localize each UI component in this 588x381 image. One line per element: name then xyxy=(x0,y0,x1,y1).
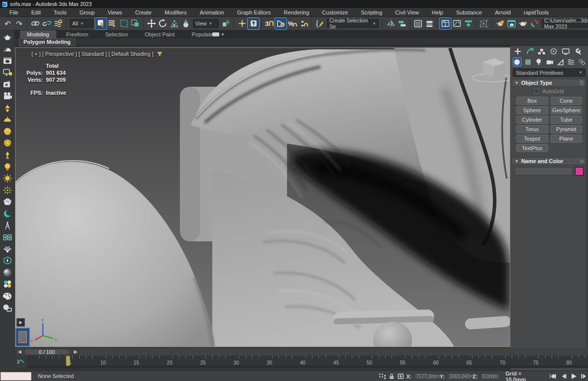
display-tab-icon[interactable] xyxy=(561,47,570,55)
previous-frame-arrow[interactable]: ◀ xyxy=(16,349,23,355)
named-selection-sets-icon[interactable]: { xyxy=(314,18,325,29)
isolate-grid-icon[interactable] xyxy=(379,373,386,380)
align-icon[interactable] xyxy=(396,18,408,29)
mirror-icon[interactable] xyxy=(385,18,396,29)
object-type-rollout-header[interactable]: ▼ Object Type ☰ xyxy=(512,79,587,87)
x-coord-field[interactable]: 7177,0mm xyxy=(414,373,437,380)
moon-icon[interactable] xyxy=(2,209,12,218)
select-by-name-icon[interactable] xyxy=(107,18,118,29)
select-rotate-icon[interactable] xyxy=(157,18,168,29)
geometry-category-icon[interactable] xyxy=(513,58,521,66)
undo-icon[interactable]: ↶ xyxy=(2,18,13,29)
ref-coord-dropdown[interactable]: View▼ xyxy=(193,19,219,28)
object-name-field[interactable] xyxy=(515,167,573,176)
curve-editor-icon[interactable] xyxy=(451,18,462,29)
tab-freeform[interactable]: Freeform xyxy=(59,30,96,38)
object-color-swatch[interactable] xyxy=(575,167,584,176)
create-button-pyramid[interactable]: Pyramid xyxy=(551,125,583,133)
select-link-icon[interactable] xyxy=(29,18,41,29)
menu-arnold[interactable]: Arnold xyxy=(488,9,517,16)
select-move-icon[interactable] xyxy=(146,18,157,29)
time-slider[interactable]: 0 / 100 xyxy=(24,349,70,355)
redo-icon[interactable]: ↷ xyxy=(13,18,25,29)
tab-modeling[interactable]: Modeling xyxy=(20,30,56,38)
menu-customize[interactable]: Customize xyxy=(315,9,354,16)
perspective-viewport[interactable]: z x y [ + ] [ Perspective ] [ Standard ]… xyxy=(15,47,510,347)
schematic-view-icon[interactable] xyxy=(462,18,474,29)
percent-snap-icon[interactable]: % xyxy=(287,18,298,29)
create-button-torus[interactable]: Torus xyxy=(516,125,548,133)
timeline-ruler[interactable]: 5101520253035404550556065707580 xyxy=(28,356,588,368)
polyhedron-icon[interactable] xyxy=(2,197,12,206)
color-dots-icon[interactable] xyxy=(2,279,12,289)
cameras-category-icon[interactable] xyxy=(546,58,554,66)
next-frame-arrow[interactable]: ▶ xyxy=(72,349,79,355)
bind-spacewarp-icon[interactable] xyxy=(52,18,64,29)
next-frame-button[interactable] xyxy=(580,373,588,380)
angle-snap-icon[interactable] xyxy=(275,18,287,29)
sphere-plane-icon[interactable] xyxy=(2,303,12,313)
select-manipulate-icon[interactable] xyxy=(236,18,248,29)
menu-views[interactable]: Views xyxy=(101,9,129,16)
scene-explorer-icon[interactable] xyxy=(424,18,435,29)
isolate-selection-icon[interactable] xyxy=(478,18,490,29)
spacewarps-category-icon[interactable] xyxy=(568,58,576,66)
create-button-box[interactable]: Box xyxy=(516,97,548,105)
vdb-box-icon[interactable] xyxy=(2,256,12,265)
tab-selection[interactable]: Selection xyxy=(98,30,135,38)
create-button-tube[interactable]: Tube xyxy=(551,116,583,124)
spotlight-icon[interactable] xyxy=(2,103,12,113)
previous-frame-button[interactable] xyxy=(560,373,568,380)
dome-light-icon[interactable] xyxy=(2,115,12,124)
slate-camera-icon[interactable] xyxy=(2,79,12,89)
sun-icon[interactable] xyxy=(2,174,12,183)
rect-region-icon[interactable] xyxy=(118,18,130,29)
name-color-rollout-header[interactable]: ▼ Name and Color ⊙ xyxy=(512,157,587,165)
sunburst-icon[interactable] xyxy=(2,186,12,195)
y-coord-field[interactable]: 3365,043m xyxy=(447,373,470,380)
autogrid-checkbox[interactable] xyxy=(534,89,539,94)
material-sphere-icon[interactable] xyxy=(2,268,12,277)
motion-tab-icon[interactable] xyxy=(549,47,558,55)
create-button-teapot[interactable]: Teapot xyxy=(516,135,548,143)
trackbar-mode-icon[interactable] xyxy=(15,356,28,368)
snap-toggle-icon[interactable]: 3 xyxy=(264,18,275,29)
teapot-icon[interactable] xyxy=(2,32,12,42)
bulb-icon[interactable] xyxy=(2,162,12,172)
utilities-tab-icon[interactable] xyxy=(573,47,582,55)
menu-help[interactable]: Help xyxy=(426,9,450,16)
helpers-category-icon[interactable] xyxy=(557,58,565,66)
create-tab-icon[interactable] xyxy=(513,47,522,55)
named-sets-dropdown[interactable]: Create Selection Se▼ xyxy=(327,19,379,28)
grass-icon[interactable] xyxy=(2,244,12,254)
monitor-light-icon[interactable] xyxy=(2,68,12,77)
rendered-frame-window-icon[interactable] xyxy=(506,18,517,29)
create-button-geosphere[interactable]: GeoSphere xyxy=(551,106,583,114)
systems-category-icon[interactable] xyxy=(578,58,586,66)
z-coord-field[interactable]: 0,0mm xyxy=(480,373,500,380)
create-button-sphere[interactable]: Sphere xyxy=(516,106,548,114)
selection-filter-dropdown[interactable]: All▼ xyxy=(70,19,94,28)
window-crossing-icon[interactable] xyxy=(130,18,141,29)
menu-animation[interactable]: Animation xyxy=(193,9,231,16)
menu-edit[interactable]: Edit xyxy=(25,9,47,16)
shapes-category-icon[interactable] xyxy=(524,58,532,66)
render-teapot-icon[interactable] xyxy=(2,56,12,65)
sphere-light-icon[interactable] xyxy=(2,127,12,136)
expand-panel-button[interactable]: ▶ xyxy=(16,318,25,327)
modify-tab-icon[interactable] xyxy=(525,47,534,55)
create-button-cone[interactable]: Cone xyxy=(551,97,583,105)
select-place-icon[interactable] xyxy=(180,18,191,29)
unlink-icon[interactable] xyxy=(41,18,52,29)
play-button[interactable] xyxy=(570,373,578,380)
film-camera-icon[interactable] xyxy=(2,91,12,101)
toggle-ribbon-icon[interactable] xyxy=(440,18,451,29)
camera-rig-icon[interactable] xyxy=(2,232,12,242)
keyboard-override-icon[interactable] xyxy=(248,18,259,29)
hierarchy-tab-icon[interactable] xyxy=(537,47,546,55)
menu-group[interactable]: Group xyxy=(73,9,101,16)
slate-material-editor-button[interactable] xyxy=(15,328,30,347)
menu-file[interactable]: File xyxy=(3,9,25,16)
menu-tools[interactable]: Tools xyxy=(47,9,73,16)
viewport-label[interactable]: [ + ] [ Perspective ] [ Standard ] [ Def… xyxy=(31,51,163,57)
